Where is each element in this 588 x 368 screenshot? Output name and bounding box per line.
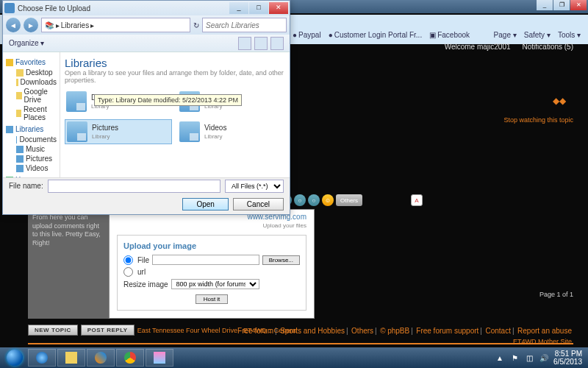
- sidebar-item-gdrive[interactable]: Google Drive: [6, 87, 57, 105]
- windows-orb-icon: [7, 350, 23, 366]
- taskbar: ▲ ⚑ ◫ 🔊 8:51 PM6/5/2013: [0, 347, 588, 368]
- start-button[interactable]: [3, 349, 26, 367]
- editor-emoji[interactable]: ☺: [322, 194, 334, 206]
- file-filter[interactable]: All Files (*.*): [225, 180, 284, 193]
- sidebar-homegroup[interactable]: Homegroup: [15, 176, 54, 177]
- stop-watching-link[interactable]: Stop watching this topic: [503, 116, 573, 124]
- upload-opt-file[interactable]: [123, 255, 133, 265]
- sidebar-item-documents[interactable]: Documents: [6, 135, 57, 144]
- task-ie[interactable]: [28, 349, 56, 367]
- welcome-user: Welcome majic2001: [445, 43, 511, 51]
- nav-arrows-icon[interactable]: ◆◆: [553, 96, 566, 106]
- task-paint[interactable]: [146, 349, 173, 367]
- folder-icon: [179, 121, 200, 142]
- star-icon: [6, 59, 13, 66]
- editor-btn[interactable]: ○: [308, 194, 320, 206]
- menu-page[interactable]: Page ▾: [494, 31, 517, 39]
- sidebar-item-videos[interactable]: Videos: [6, 163, 57, 173]
- upload-popup: www.servimg.comUpload your files Upload …: [109, 209, 315, 319]
- reply-textarea[interactable]: From here you can upload comments right …: [28, 209, 109, 319]
- app-restore[interactable]: ❐: [553, 0, 570, 10]
- sidebar-libraries[interactable]: Libraries: [15, 125, 43, 133]
- nav-back-icon[interactable]: ◄: [6, 18, 21, 32]
- file-dialog: Choose File to Upload _ □ ✕ ◄ ► 📚 ▸ Libr…: [2, 0, 290, 215]
- homegroup-icon: [6, 177, 13, 178]
- search-input[interactable]: [202, 18, 287, 32]
- resize-select[interactable]: 800 px width (for forums): [171, 279, 259, 289]
- resize-label: Resize image: [123, 280, 168, 289]
- folder-icon: [66, 91, 87, 112]
- task-explorer[interactable]: [57, 349, 85, 367]
- refresh-icon[interactable]: ↻: [193, 21, 199, 29]
- tray-network-icon[interactable]: ◫: [524, 353, 534, 363]
- task-chrome[interactable]: [116, 349, 144, 367]
- libraries-icon: [6, 126, 13, 133]
- sidebar-item-music[interactable]: Music: [6, 144, 57, 154]
- fav-paypal[interactable]: ● Paypal: [293, 31, 321, 39]
- forum-breadcrumb[interactable]: East Tennessee Four Wheel Drive - ET4WD …: [137, 327, 298, 334]
- sidebar-item-downloads[interactable]: Downloads: [6, 77, 57, 87]
- fav-fb[interactable]: ▣ Facebook: [429, 31, 470, 39]
- fav-customer[interactable]: ● Customer Login Portal Fr...: [329, 31, 423, 39]
- filename-input[interactable]: [48, 180, 220, 193]
- dialog-title: Choose File to Upload: [18, 4, 229, 13]
- sidebar-item-desktop[interactable]: Desktop: [6, 68, 57, 77]
- menu-safety[interactable]: Safety ▾: [524, 31, 551, 39]
- upload-opt-url[interactable]: [123, 267, 133, 277]
- upload-file-input[interactable]: [152, 255, 259, 265]
- view-icon[interactable]: [254, 37, 268, 50]
- sidebar-item-pictures[interactable]: Pictures: [6, 154, 57, 163]
- sidebar-favorites[interactable]: Favorites: [15, 58, 46, 66]
- dialog-icon: [4, 3, 15, 13]
- libraries-header: Libraries: [65, 57, 285, 69]
- open-button[interactable]: Open: [182, 198, 228, 210]
- library-videos[interactable]: VideosLibrary: [178, 119, 285, 144]
- breadcrumb[interactable]: 📚 ▸ Libraries ▸: [41, 18, 190, 32]
- tray-volume-icon[interactable]: 🔊: [539, 353, 549, 363]
- menu-tools[interactable]: Tools ▾: [558, 31, 581, 39]
- post-reply-button[interactable]: POST REPLY: [81, 325, 135, 336]
- browse-button[interactable]: Browse...: [262, 255, 300, 265]
- editor-mode[interactable]: A: [411, 194, 423, 206]
- task-wmp[interactable]: [87, 349, 115, 367]
- taskbar-clock[interactable]: 8:51 PM6/5/2013: [553, 350, 582, 366]
- sidebar-item-recent[interactable]: Recent Places: [6, 105, 57, 122]
- help-icon[interactable]: [270, 37, 284, 50]
- organize-button[interactable]: Organize ▾: [9, 39, 44, 47]
- tooltip: Type: Library Date modified: 5/22/2013 4…: [94, 94, 242, 106]
- notifications[interactable]: Notifications (5): [523, 43, 573, 51]
- tray-flag-icon[interactable]: ⚑: [509, 353, 520, 363]
- dialog-minimize[interactable]: _: [229, 2, 248, 14]
- view-icon[interactable]: [238, 37, 251, 50]
- host-button[interactable]: Host it: [196, 294, 229, 304]
- new-topic-button[interactable]: NEW TOPIC: [28, 325, 78, 336]
- upload-title: Upload your image: [123, 241, 300, 250]
- cancel-button[interactable]: Cancel: [233, 198, 284, 210]
- tray-up-icon[interactable]: ▲: [495, 353, 505, 363]
- nav-fwd-icon[interactable]: ►: [24, 18, 38, 32]
- app-close[interactable]: ✕: [570, 0, 587, 10]
- app-minimize[interactable]: _: [537, 0, 553, 10]
- library-pictures[interactable]: PicturesLibrary: [65, 119, 172, 144]
- folder-icon: [67, 121, 87, 142]
- libraries-subtext: Open a library to see your files and arr…: [65, 69, 285, 84]
- dialog-close[interactable]: ✕: [269, 2, 288, 14]
- filename-label: File name:: [9, 182, 43, 190]
- editor-others[interactable]: Others: [336, 194, 362, 206]
- dialog-maximize[interactable]: □: [249, 2, 268, 14]
- editor-btn[interactable]: ○: [294, 194, 306, 206]
